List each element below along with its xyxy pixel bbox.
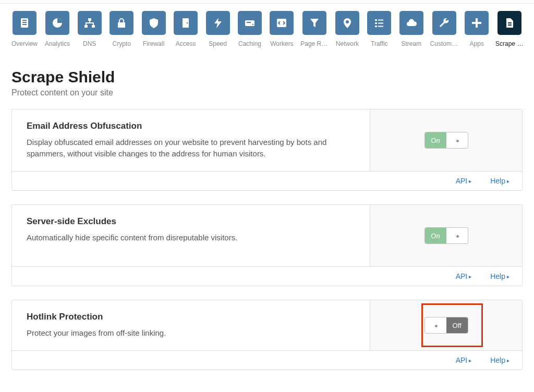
piechart-icon (45, 11, 69, 35)
help-link[interactable]: Help▸ (490, 177, 509, 185)
wrench-icon (432, 11, 456, 35)
setting-footer: API▸Help▸ (12, 171, 522, 190)
nav-custom[interactable]: Custom … (431, 11, 457, 47)
code-icon (270, 11, 294, 35)
setting-footer: API▸Help▸ (12, 350, 522, 370)
list-icon (367, 11, 391, 35)
nav-page-rules[interactable]: Page Rules (301, 11, 327, 47)
nav-label: DNS (83, 40, 96, 47)
toggle-grip-icon: ◂▸ (446, 132, 468, 148)
setting-desc: Display obfuscated email addresses on yo… (27, 137, 355, 160)
setting-desc: Protect your images from off-site linkin… (27, 327, 355, 339)
nav-label: Access (176, 40, 196, 47)
nav-label: Traffic (371, 40, 388, 47)
setting-hotlink-protection: Hotlink ProtectionProtect your images fr… (11, 300, 523, 370)
nav-label: Overview (11, 40, 38, 47)
nav-label: Custom … (430, 40, 458, 47)
toggle-state-label: Off (446, 317, 468, 333)
toggle-hotlink-protection[interactable]: Off◂▸ (424, 317, 468, 334)
api-link[interactable]: API▸ (456, 177, 472, 185)
nav-speed[interactable]: Speed (205, 11, 230, 47)
nav-access[interactable]: Access (173, 11, 198, 47)
nav-stream[interactable]: Stream (399, 11, 423, 47)
nav-label: Network (336, 40, 359, 47)
setting-title: Email Address Obfuscation (27, 121, 355, 131)
help-link[interactable]: Help▸ (490, 272, 509, 280)
nav-label: Workers (270, 40, 293, 47)
doc-icon (497, 11, 521, 35)
nav-crypto[interactable]: Crypto (109, 11, 134, 47)
api-link[interactable]: API▸ (456, 356, 472, 364)
nav-traffic[interactable]: Traffic (367, 11, 392, 47)
cloud-icon (399, 11, 423, 35)
page-title: Scrape Shield (11, 68, 523, 86)
nav-network[interactable]: Network (335, 11, 359, 47)
setting-control-area: On◂▸ (370, 109, 522, 171)
toggle-state-label: On (425, 132, 446, 148)
drive-icon (238, 11, 262, 35)
nav-label: Stream (401, 40, 421, 47)
setting-desc: Automatically hide specific content from… (27, 232, 355, 243)
toggle-email-obfuscation[interactable]: On◂▸ (424, 132, 468, 149)
setting-title: Server-side Excludes (27, 216, 355, 227)
primary-nav: OverviewAnalyticsDNSCryptoFirewallAccess… (0, 4, 534, 52)
plus-icon (465, 11, 489, 35)
page-subtitle: Protect content on your site (11, 88, 523, 97)
nav-label: Page Rules (300, 40, 329, 47)
nav-label: Apps (470, 40, 484, 47)
nav-workers[interactable]: Workers (270, 11, 294, 47)
bolt-icon (206, 11, 230, 35)
settings-list: Email Address ObfuscationDisplay obfusca… (11, 109, 523, 370)
setting-footer: API▸Help▸ (12, 266, 522, 286)
help-link[interactable]: Help▸ (490, 356, 509, 364)
setting-title: Hotlink Protection (27, 312, 355, 322)
clipboard-icon (13, 11, 37, 35)
lock-icon (110, 11, 134, 35)
nav-label: Analytics (45, 40, 70, 47)
setting-control-area: On◂▸ (370, 205, 522, 266)
pin-icon (335, 11, 359, 35)
nav-label: Scrape S… (495, 40, 524, 47)
nav-caching[interactable]: Caching (237, 11, 262, 47)
nav-firewall[interactable]: Firewall (141, 11, 166, 47)
nav-dns[interactable]: DNS (77, 11, 102, 47)
nav-scrape-shield[interactable]: Scrape S… (496, 11, 523, 47)
setting-control-area: Off◂▸ (370, 300, 522, 350)
toggle-grip-icon: ◂▸ (425, 317, 446, 333)
nav-apps[interactable]: Apps (465, 11, 489, 47)
toggle-grip-icon: ◂▸ (446, 228, 468, 243)
funnel-icon (302, 11, 326, 35)
nav-label: Speed (209, 40, 227, 47)
sitemap-icon (78, 11, 102, 35)
shield-icon (142, 11, 166, 35)
toggle-server-side-excludes[interactable]: On◂▸ (424, 227, 468, 244)
setting-server-side-excludes: Server-side ExcludesAutomatically hide s… (11, 204, 523, 286)
page: Scrape Shield Protect content on your si… (0, 52, 534, 389)
setting-email-obfuscation: Email Address ObfuscationDisplay obfusca… (11, 109, 523, 191)
nav-label: Crypto (113, 40, 131, 47)
api-link[interactable]: API▸ (456, 272, 472, 280)
nav-analytics[interactable]: Analytics (45, 11, 70, 47)
door-icon (174, 11, 198, 35)
nav-label: Caching (238, 40, 261, 47)
nav-label: Firewall (143, 40, 164, 47)
toggle-state-label: On (425, 228, 446, 243)
nav-overview[interactable]: Overview (11, 11, 38, 47)
